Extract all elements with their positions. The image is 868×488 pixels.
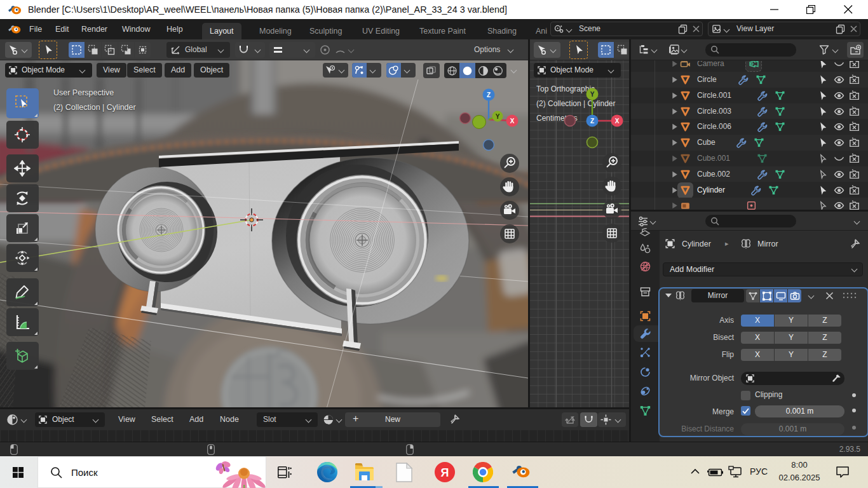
svg-text:(2) Collection | Cylinder: (2) Collection | Cylinder (536, 99, 616, 108)
svg-text:Я: Я (441, 466, 449, 479)
svg-text:Z: Z (487, 92, 491, 98)
svg-text:Y: Y (590, 91, 595, 98)
svg-text:X: X (615, 118, 620, 125)
svg-text:Y: Y (496, 113, 500, 120)
svg-text:X: X (510, 118, 515, 125)
svg-text:Top Orthographic: Top Orthographic (536, 85, 595, 93)
svg-text:Z: Z (590, 118, 594, 125)
